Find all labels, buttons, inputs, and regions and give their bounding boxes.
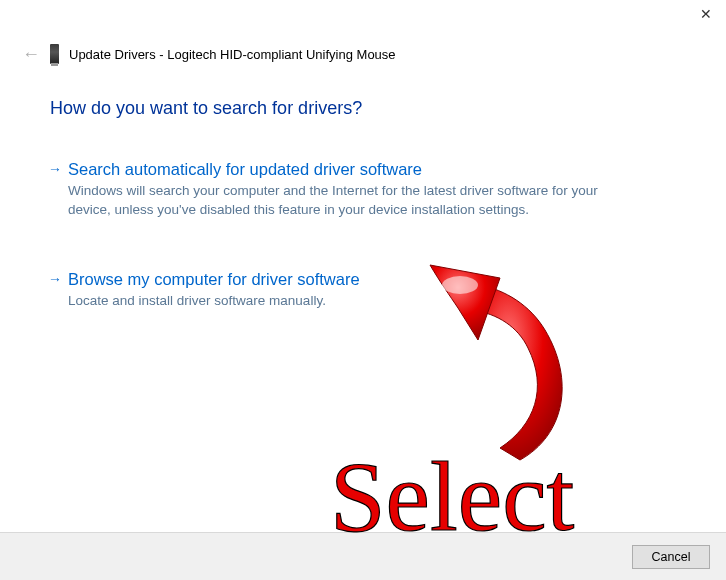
back-arrow-icon: ←	[22, 45, 40, 63]
cancel-button[interactable]: Cancel	[632, 545, 710, 569]
wizard-header: ← Update Drivers - Logitech HID-complian…	[22, 44, 706, 64]
option-search-auto-title: Search automatically for updated driver …	[68, 159, 628, 180]
option-browse-manual-desc: Locate and install driver software manua…	[68, 292, 628, 310]
option-browse-manual[interactable]: → Browse my computer for driver software…	[68, 269, 628, 311]
arrow-right-icon: →	[48, 271, 62, 287]
wizard-footer: Cancel	[0, 532, 726, 580]
option-browse-manual-title: Browse my computer for driver software	[68, 269, 628, 290]
wizard-title: Update Drivers - Logitech HID-compliant …	[69, 47, 396, 62]
page-heading: How do you want to search for drivers?	[50, 98, 686, 119]
option-search-auto-desc: Windows will search your computer and th…	[68, 182, 628, 218]
titlebar: ✕	[0, 0, 726, 30]
option-search-auto[interactable]: → Search automatically for updated drive…	[68, 159, 628, 219]
close-icon[interactable]: ✕	[700, 6, 712, 22]
update-drivers-wizard: ✕ ← Update Drivers - Logitech HID-compli…	[0, 0, 726, 580]
device-icon	[50, 44, 59, 64]
arrow-right-icon: →	[48, 161, 62, 177]
wizard-body: How do you want to search for drivers? →…	[50, 98, 686, 361]
